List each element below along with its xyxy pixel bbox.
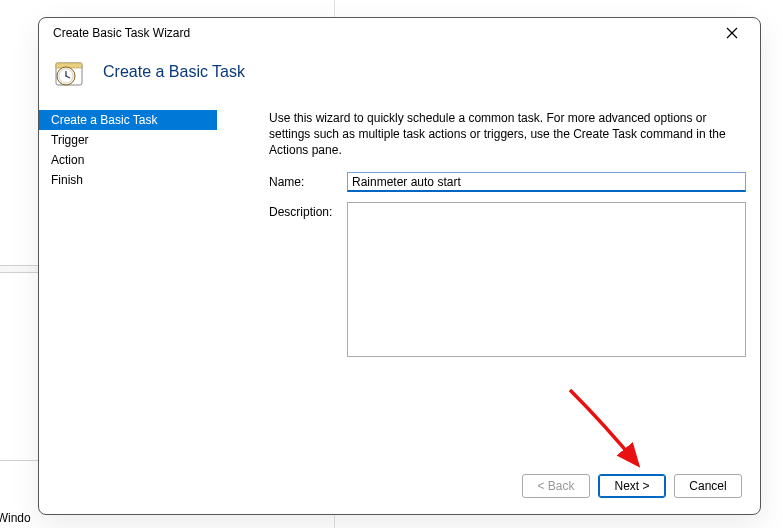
step-trigger[interactable]: Trigger bbox=[39, 130, 217, 150]
wizard-header: Create a Basic Task bbox=[39, 48, 760, 110]
cancel-button[interactable]: Cancel bbox=[674, 474, 742, 498]
wizard-steps: Create a Basic Task Trigger Action Finis… bbox=[39, 110, 217, 462]
svg-point-6 bbox=[65, 75, 67, 77]
wizard-footer: < Back Next > Cancel bbox=[39, 462, 760, 514]
background-splitter bbox=[0, 265, 38, 273]
step-create-basic-task[interactable]: Create a Basic Task bbox=[39, 110, 217, 130]
back-button[interactable]: < Back bbox=[522, 474, 590, 498]
wizard-body: Create a Basic Task Trigger Action Finis… bbox=[39, 110, 760, 462]
wizard-dialog: Create Basic Task Wizard Create a Basic … bbox=[38, 17, 761, 515]
name-input[interactable] bbox=[347, 172, 746, 192]
close-button[interactable] bbox=[712, 19, 752, 47]
name-label: Name: bbox=[269, 172, 347, 189]
clock-calendar-icon bbox=[53, 56, 85, 88]
description-input[interactable] bbox=[347, 202, 746, 357]
close-icon bbox=[726, 27, 738, 39]
name-row: Name: bbox=[269, 172, 746, 192]
step-action[interactable]: Action bbox=[39, 150, 217, 170]
next-button[interactable]: Next > bbox=[598, 474, 666, 498]
background-line bbox=[0, 460, 38, 461]
wizard-content: Use this wizard to quickly schedule a co… bbox=[217, 110, 746, 462]
page-title: Create a Basic Task bbox=[103, 63, 245, 81]
window-title: Create Basic Task Wizard bbox=[53, 26, 712, 40]
title-bar: Create Basic Task Wizard bbox=[39, 18, 760, 48]
description-label: Description: bbox=[269, 202, 347, 219]
instructions-text: Use this wizard to quickly schedule a co… bbox=[269, 110, 746, 158]
step-finish[interactable]: Finish bbox=[39, 170, 217, 190]
description-row: Description: bbox=[269, 202, 746, 357]
